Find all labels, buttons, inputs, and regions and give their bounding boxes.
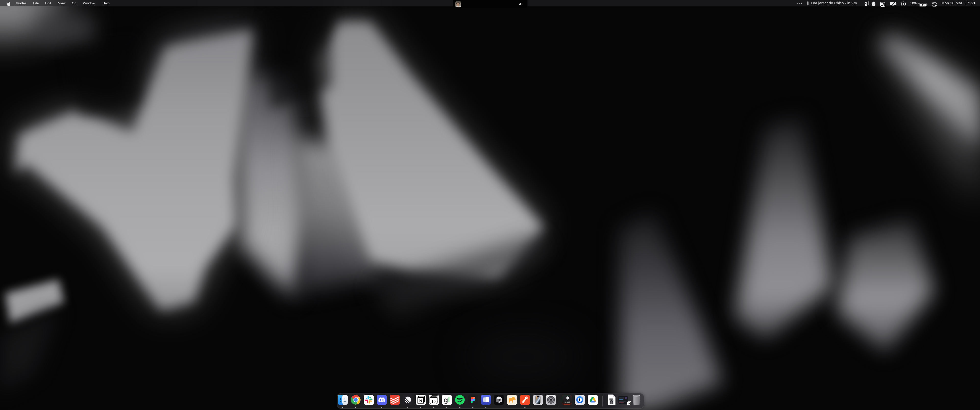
svg-text:10: 10 [431,399,436,404]
svg-text:11: 11 [628,402,630,405]
svg-text:N: N [419,399,422,403]
svg-text:raycast: raycast [564,401,570,403]
svg-text:g: g [444,396,448,404]
